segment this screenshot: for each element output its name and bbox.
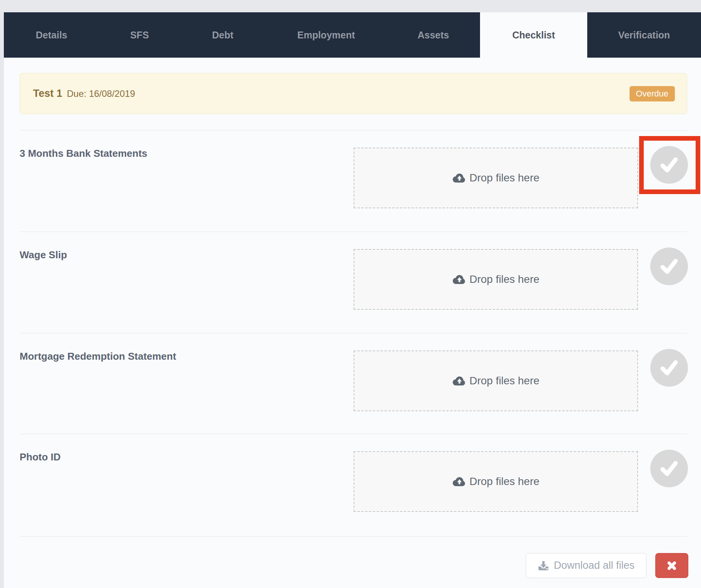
completed-check-button[interactable]: [650, 146, 688, 184]
checklist-panel: Details SFS Debt Employment Assets Check…: [4, 12, 701, 588]
checklist-item-label: Photo ID: [20, 451, 61, 463]
tab-bar: Details SFS Debt Employment Assets Check…: [4, 12, 701, 58]
tab-debt[interactable]: Debt: [180, 12, 266, 58]
completed-check-button[interactable]: [650, 450, 688, 487]
file-dropzone[interactable]: Drop files here: [354, 148, 638, 208]
tab-sfs[interactable]: SFS: [99, 12, 180, 58]
dropzone-label: Drop files here: [469, 273, 539, 286]
dropzone-label: Drop files here: [469, 475, 539, 488]
check-icon: [659, 156, 679, 173]
checklist-row: 3 Months Bank Statements Drop files here: [20, 130, 687, 231]
task-due-date: Due: 16/08/2019: [67, 88, 135, 99]
download-icon: [538, 561, 549, 571]
cloud-upload-icon: [452, 477, 465, 487]
close-button[interactable]: [655, 553, 688, 578]
cloud-upload-icon: [452, 274, 465, 285]
file-dropzone[interactable]: Drop files here: [354, 451, 638, 512]
dropzone-label: Drop files here: [469, 172, 539, 184]
checklist-row: Photo ID Drop files here: [20, 434, 687, 536]
dropzone-label: Drop files here: [469, 375, 539, 387]
file-dropzone[interactable]: Drop files here: [354, 350, 638, 411]
tab-checklist[interactable]: Checklist: [480, 12, 587, 58]
overdue-badge: Overdue: [630, 86, 675, 101]
task-banner: Test 1 Due: 16/08/2019 Overdue: [20, 73, 687, 114]
checklist-content: Test 1 Due: 16/08/2019 Overdue 3 Months …: [20, 58, 687, 588]
download-all-files-label: Download all files: [554, 560, 635, 571]
tab-details[interactable]: Details: [4, 12, 99, 58]
cloud-upload-icon: [452, 376, 465, 386]
checklist-item-label: 3 Months Bank Statements: [20, 148, 147, 159]
checklist-item-label: Wage Slip: [20, 249, 67, 261]
checklist-row: Wage Slip Drop files here: [20, 231, 687, 333]
completed-check-button[interactable]: [650, 247, 688, 285]
completed-check-button[interactable]: [650, 349, 688, 387]
checklist-row: Mortgage Redemption Statement Drop files…: [20, 333, 687, 434]
check-icon: [659, 258, 679, 275]
checklist-item-label: Mortgage Redemption Statement: [20, 350, 176, 362]
tab-employment[interactable]: Employment: [266, 12, 387, 58]
cloud-upload-icon: [452, 173, 465, 183]
tab-assets[interactable]: Assets: [387, 12, 480, 58]
check-icon: [659, 359, 679, 376]
tab-verification[interactable]: Verification: [587, 12, 701, 58]
footer-actions: Download all files: [20, 536, 687, 588]
close-x-icon: [666, 560, 678, 571]
check-icon: [659, 460, 679, 477]
file-dropzone[interactable]: Drop files here: [354, 249, 638, 310]
download-all-files-button[interactable]: Download all files: [526, 553, 646, 578]
task-title: Test 1: [33, 88, 62, 100]
